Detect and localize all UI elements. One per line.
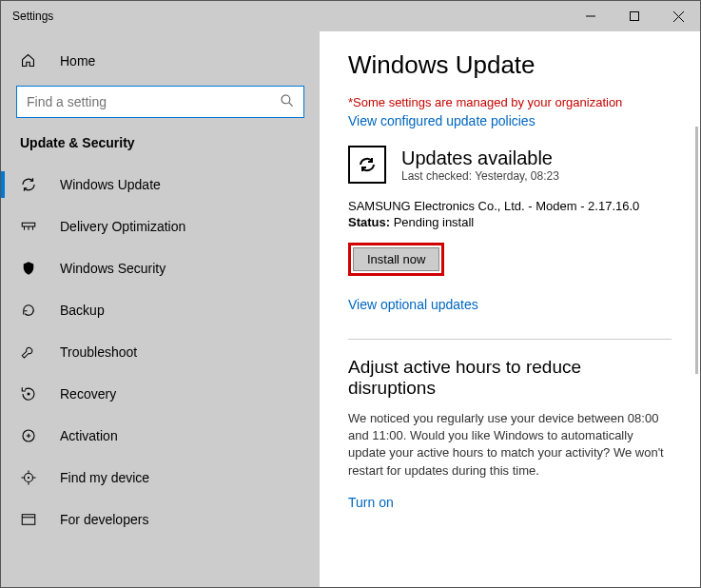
divider <box>348 339 672 340</box>
sidebar-item-label: Windows Update <box>60 177 161 192</box>
sidebar-item-label: Windows Security <box>60 261 166 276</box>
svg-point-13 <box>28 477 29 479</box>
code-icon <box>20 511 39 528</box>
search-icon <box>280 93 295 108</box>
home-label: Home <box>60 53 95 69</box>
page-title: Windows Update <box>348 50 672 80</box>
svg-point-4 <box>282 95 290 104</box>
active-hours-heading: Adjust active hours to reduce disruption… <box>348 357 672 399</box>
sidebar-item-label: Recovery <box>60 386 116 402</box>
sidebar-item-find-my-device[interactable]: Find my device <box>1 457 320 499</box>
sidebar-item-label: Activation <box>60 428 118 443</box>
sidebar-item-recovery[interactable]: Recovery <box>1 373 320 415</box>
svg-point-10 <box>28 393 30 396</box>
minimize-icon <box>586 11 595 21</box>
sidebar-group-title: Update & Security <box>1 135 320 164</box>
sidebar: Home Update & Security Windows Update De… <box>1 31 320 587</box>
svg-rect-1 <box>631 12 639 21</box>
recovery-icon <box>20 385 39 402</box>
sidebar-item-backup[interactable]: Backup <box>1 289 320 331</box>
key-icon <box>20 427 39 444</box>
svg-line-5 <box>289 103 293 107</box>
scrollbar[interactable] <box>695 127 698 374</box>
update-status-row: Updates available Last checked: Yesterda… <box>348 146 672 184</box>
delivery-icon <box>20 218 39 235</box>
shield-icon <box>20 260 39 277</box>
turn-on-link[interactable]: Turn on <box>348 495 672 510</box>
svg-rect-6 <box>22 223 35 226</box>
home-icon <box>20 52 39 69</box>
minimize-button[interactable] <box>569 1 613 31</box>
content-pane: Windows Update *Some settings are manage… <box>320 31 700 587</box>
sidebar-item-label: Backup <box>60 303 105 318</box>
location-icon <box>20 469 39 486</box>
status-label: Status: <box>348 215 390 229</box>
search-wrap <box>16 86 304 118</box>
optional-updates-link[interactable]: View optional updates <box>348 297 672 312</box>
sidebar-item-label: Find my device <box>60 470 149 485</box>
sidebar-item-windows-security[interactable]: Windows Security <box>1 247 320 289</box>
sidebar-item-label: For developers <box>60 512 148 527</box>
maximize-icon <box>630 11 639 21</box>
active-hours-body: We noticed you regularly use your device… <box>348 410 672 480</box>
sidebar-item-windows-update[interactable]: Windows Update <box>1 164 320 206</box>
status-value: Pending install <box>390 215 474 229</box>
sync-icon <box>20 176 39 193</box>
window-title: Settings <box>1 10 569 23</box>
svg-rect-18 <box>22 515 35 525</box>
search-input[interactable] <box>16 86 304 118</box>
install-now-button[interactable]: Install now <box>353 247 439 271</box>
update-sync-icon <box>348 146 386 184</box>
update-item-status: Status: Pending install <box>348 215 672 229</box>
update-item-name: SAMSUNG Electronics Co., Ltd. - Modem - … <box>348 199 672 213</box>
sidebar-item-label: Delivery Optimization <box>60 219 185 234</box>
policies-link[interactable]: View configured update policies <box>348 113 672 128</box>
sidebar-item-delivery-optimization[interactable]: Delivery Optimization <box>1 206 320 247</box>
sidebar-item-troubleshoot[interactable]: Troubleshoot <box>1 331 320 373</box>
titlebar: Settings <box>1 1 700 31</box>
updates-available-title: Updates available <box>401 147 559 169</box>
sidebar-item-activation[interactable]: Activation <box>1 415 320 457</box>
backup-icon <box>20 302 39 319</box>
last-checked-text: Last checked: Yesterday, 08:23 <box>401 169 559 183</box>
maximize-button[interactable] <box>613 1 656 31</box>
close-icon <box>673 11 684 22</box>
managed-warning: *Some settings are managed by your organ… <box>348 95 672 109</box>
close-button[interactable] <box>656 1 700 31</box>
home-nav[interactable]: Home <box>1 43 320 78</box>
sidebar-item-label: Troubleshoot <box>60 344 137 360</box>
install-button-highlight: Install now <box>348 243 444 276</box>
wrench-icon <box>20 343 39 361</box>
sidebar-item-for-developers[interactable]: For developers <box>1 499 320 540</box>
